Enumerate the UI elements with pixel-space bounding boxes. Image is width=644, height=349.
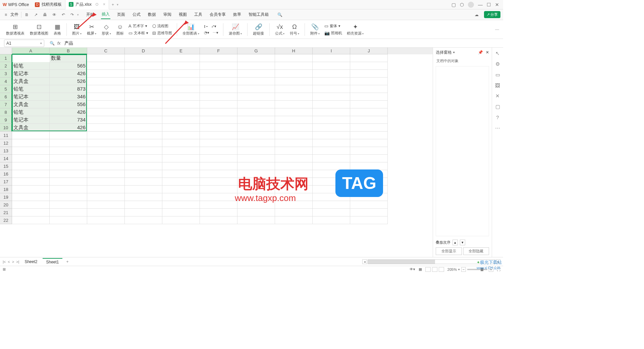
help-tool-icon[interactable]: ? [496, 114, 499, 120]
more-tool-icon[interactable]: ⋯ [495, 125, 500, 131]
menu-tab-view[interactable]: 视图 [178, 10, 187, 19]
cell-F18[interactable] [200, 186, 237, 193]
cell-F7[interactable] [200, 101, 237, 108]
cell-A12[interactable] [12, 139, 50, 147]
picture-button[interactable]: 🖼图片▾ [70, 21, 84, 38]
cell-H14[interactable] [275, 155, 313, 162]
cell-J1[interactable] [350, 54, 388, 62]
cell-G11[interactable] [237, 132, 275, 139]
undo-icon[interactable]: ↶ [60, 12, 67, 17]
cell-C14[interactable] [87, 155, 125, 162]
cell-I18[interactable] [313, 186, 350, 193]
cell-C10[interactable] [87, 124, 125, 132]
cell-G5[interactable] [237, 85, 275, 93]
cell-G13[interactable] [237, 147, 275, 155]
form-button[interactable]: ▭窗体▾ [323, 23, 343, 29]
cell-G1[interactable] [237, 54, 275, 62]
row-header-21[interactable]: 21 [0, 209, 12, 216]
cell-F2[interactable] [200, 62, 237, 70]
cell-J2[interactable] [350, 62, 388, 70]
cell-H20[interactable] [275, 201, 313, 209]
menu-tab-smart[interactable]: 智能工具箱 [248, 10, 269, 19]
cell-D5[interactable] [125, 85, 162, 93]
cell-C2[interactable] [87, 62, 125, 70]
cell-B9[interactable]: 734 [50, 116, 87, 124]
row-header-10[interactable]: 10 [0, 124, 12, 132]
cell-D8[interactable] [125, 108, 162, 116]
cell-G9[interactable] [237, 116, 275, 124]
cell-F14[interactable] [200, 155, 237, 162]
row-header-19[interactable]: 19 [0, 193, 12, 201]
row-header-3[interactable]: 3 [0, 70, 12, 78]
cell-I15[interactable] [313, 162, 350, 170]
cell-G19[interactable] [237, 193, 275, 201]
camera-button[interactable]: 📷照相机 [323, 30, 343, 36]
shapes-button[interactable]: ◇形状▾ [100, 21, 113, 38]
cell-B7[interactable]: 556 [50, 101, 87, 108]
sheet-next-icon[interactable]: > [12, 260, 14, 264]
cell-A22[interactable] [12, 216, 50, 224]
cell-H4[interactable] [275, 78, 313, 85]
mindmap-button[interactable]: ⊟思维导图 [151, 30, 173, 36]
flowchart-button[interactable]: ⬡流程图 [151, 23, 173, 29]
device-tool-icon[interactable]: ▢ [495, 104, 500, 110]
collapse-ribbon-icon[interactable]: — [495, 27, 499, 32]
row-header-14[interactable]: 14 [0, 155, 12, 162]
cell-H7[interactable] [275, 101, 313, 108]
hyperlink-button[interactable]: 🔗超链接 [251, 21, 266, 38]
cell-G14[interactable] [237, 155, 275, 162]
col-header-B[interactable]: B [50, 48, 87, 54]
cell-A1[interactable]: 产品 [12, 54, 50, 62]
select-all-corner[interactable] [0, 48, 12, 54]
cell-G6[interactable] [237, 93, 275, 101]
cell-F15[interactable] [200, 162, 237, 170]
export-icon[interactable]: ↗ [32, 12, 40, 17]
col-header-I[interactable]: I [313, 48, 350, 54]
cell-G12[interactable] [237, 139, 275, 147]
cube-icon[interactable]: ⬡ [460, 2, 464, 7]
cell-A19[interactable] [12, 193, 50, 201]
name-box-dropdown-icon[interactable]: ▾ [40, 42, 42, 45]
cell-H12[interactable] [275, 139, 313, 147]
cell-C7[interactable] [87, 101, 125, 108]
cell-C19[interactable] [87, 193, 125, 201]
avatar-icon[interactable] [468, 2, 474, 8]
cell-H5[interactable] [275, 85, 313, 93]
pivot-table-button[interactable]: ⊞数据透视表 [4, 21, 26, 38]
cell-I13[interactable] [313, 147, 350, 155]
cell-I1[interactable] [313, 54, 350, 62]
row-header-15[interactable]: 15 [0, 162, 12, 170]
horizontal-scrollbar[interactable] [368, 259, 495, 264]
cell-I12[interactable] [313, 139, 350, 147]
cell-C5[interactable] [87, 85, 125, 93]
cell-J4[interactable] [350, 78, 388, 85]
menu-hamburger-icon[interactable]: ≡ [3, 12, 9, 17]
menu-tab-review[interactable]: 审阅 [163, 10, 172, 19]
cell-C20[interactable] [87, 201, 125, 209]
cell-I11[interactable] [313, 132, 350, 139]
cell-B11[interactable] [50, 132, 87, 139]
cell-E5[interactable] [162, 85, 200, 93]
menu-tab-tools[interactable]: 工具 [194, 10, 203, 19]
col-header-J[interactable]: J [350, 48, 388, 54]
fullscreen-icon[interactable]: ⛶ [497, 267, 500, 271]
sheet-tab-sheet2[interactable]: Sheet2 [21, 258, 41, 265]
cell-F21[interactable] [200, 209, 237, 216]
cell-D13[interactable] [125, 147, 162, 155]
cell-E17[interactable] [162, 178, 200, 186]
cell-G21[interactable] [237, 209, 275, 216]
cell-C8[interactable] [87, 108, 125, 116]
status-mode-icon[interactable]: ⊞ [3, 267, 6, 271]
preview-icon[interactable]: 👁 [50, 12, 58, 17]
fx-icon[interactable]: fx [57, 41, 60, 46]
cell-H2[interactable] [275, 62, 313, 70]
cell-F4[interactable] [200, 78, 237, 85]
cell-J22[interactable] [350, 216, 388, 224]
cell-E19[interactable] [162, 193, 200, 201]
cell-C11[interactable] [87, 132, 125, 139]
cell-H6[interactable] [275, 93, 313, 101]
row-header-18[interactable]: 18 [0, 186, 12, 193]
zoom-slider[interactable] [467, 269, 487, 270]
maximize-icon[interactable]: ☐ [487, 2, 491, 7]
name-box[interactable]: A1 ▾ [4, 40, 44, 47]
